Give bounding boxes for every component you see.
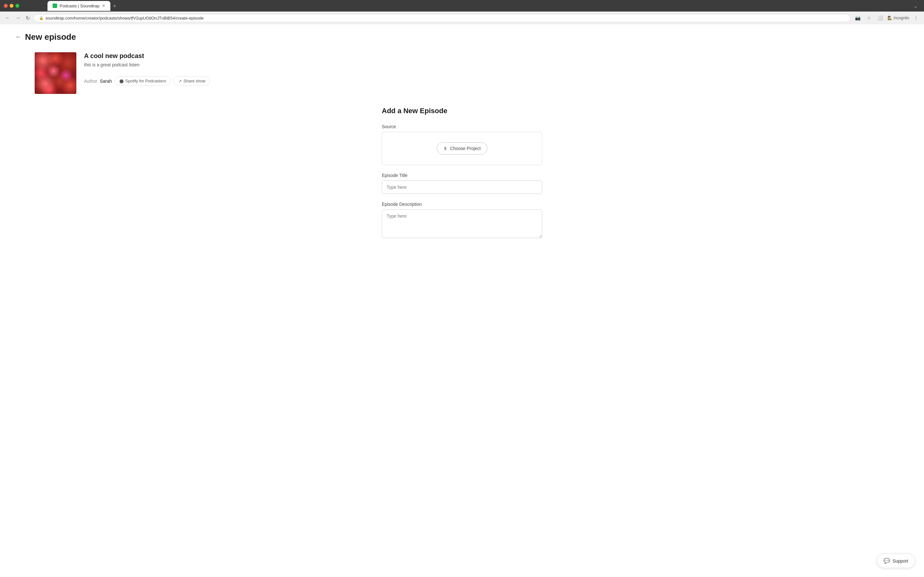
podcast-info: A cool new podcast this is a great podca… bbox=[15, 52, 909, 94]
episode-title-input[interactable] bbox=[382, 181, 542, 194]
incognito-icon: 🕵️ bbox=[887, 16, 892, 20]
episode-description-input[interactable] bbox=[382, 210, 542, 238]
incognito-badge: 🕵️ Incognito bbox=[887, 16, 909, 20]
extensions-icon[interactable]: ⬜ bbox=[876, 14, 885, 22]
address-bar: ← → ↻ 🔒 soundtrap.com/home/creator/podca… bbox=[0, 11, 924, 24]
maximize-window-button[interactable] bbox=[15, 4, 19, 8]
lock-icon: 🔒 bbox=[39, 16, 44, 20]
forward-button[interactable]: → bbox=[14, 14, 22, 22]
back-button[interactable]: ← bbox=[4, 14, 11, 22]
traffic-lights bbox=[4, 4, 19, 8]
reload-button[interactable]: ↻ bbox=[24, 14, 31, 23]
tab-bar: Podcasts | Soundtrap ✕ + bbox=[22, 1, 145, 11]
episode-title-group: Episode Title bbox=[382, 173, 542, 194]
choose-project-button[interactable]: 🎙 Choose Project bbox=[437, 142, 488, 155]
choose-project-label: Choose Project bbox=[450, 146, 481, 151]
menu-icon[interactable]: ⋮ bbox=[912, 14, 920, 22]
podcast-thumbnail-image bbox=[35, 52, 76, 94]
source-box: 🎙 Choose Project bbox=[382, 132, 542, 165]
active-tab[interactable]: Podcasts | Soundtrap ✕ bbox=[47, 1, 110, 11]
page-content: ← New episode A cool new podcast this is… bbox=[0, 24, 924, 576]
episode-title-label: Episode Title bbox=[382, 173, 542, 178]
browser-chrome: Podcasts | Soundtrap ✕ + ⌄ ← → ↻ 🔒 sound… bbox=[0, 0, 924, 24]
incognito-label: Incognito bbox=[893, 16, 909, 20]
source-label: Source bbox=[382, 124, 542, 129]
microphone-icon: 🎙 bbox=[443, 146, 447, 151]
tab-favicon bbox=[53, 3, 57, 8]
new-tab-button[interactable]: + bbox=[110, 2, 119, 11]
podcast-details: A cool new podcast this is a great podca… bbox=[84, 52, 210, 85]
back-arrow-button[interactable]: ← bbox=[15, 34, 21, 40]
author-name: Sarah bbox=[100, 79, 111, 84]
share-show-button[interactable]: ↗ Share show bbox=[174, 76, 210, 85]
close-window-button[interactable] bbox=[4, 4, 8, 8]
camera-icon[interactable]: 📷 bbox=[853, 14, 863, 22]
tab-label: Podcasts | Soundtrap bbox=[60, 3, 99, 8]
tab-end-icon: ⌄ bbox=[911, 2, 920, 10]
url-text: soundtrap.com/home/creator/podcasts/show… bbox=[45, 16, 204, 21]
podcast-meta: Author Sarah ⬤ Spotify for Podcasters ↗ … bbox=[84, 76, 210, 85]
browser-titlebar: Podcasts | Soundtrap ✕ + ⌄ bbox=[0, 0, 924, 11]
podcast-thumbnail bbox=[35, 52, 76, 94]
page-header: ← New episode bbox=[15, 32, 909, 42]
episode-description-label: Episode Description bbox=[382, 201, 542, 207]
form-heading: Add a New Episode bbox=[382, 107, 542, 115]
add-episode-form: Add a New Episode Source 🎙 Choose Projec… bbox=[382, 107, 542, 239]
spotify-podcasters-button[interactable]: ⬤ Spotify for Podcasters bbox=[115, 76, 171, 85]
author-label: Author bbox=[84, 79, 97, 84]
episode-description-group: Episode Description bbox=[382, 201, 542, 239]
minimize-window-button[interactable] bbox=[10, 4, 13, 8]
share-btn-label: Share show bbox=[184, 79, 206, 83]
support-button[interactable]: 💬 Support bbox=[877, 554, 915, 568]
support-icon: 💬 bbox=[884, 558, 890, 564]
podcast-name: A cool new podcast bbox=[84, 52, 210, 60]
page-title: New episode bbox=[25, 32, 76, 42]
podcast-description: this is a great podcast listen bbox=[84, 62, 210, 67]
spotify-icon: ⬤ bbox=[120, 79, 124, 83]
tab-close-button[interactable]: ✕ bbox=[102, 3, 105, 8]
share-icon: ↗ bbox=[178, 79, 182, 83]
support-label: Support bbox=[893, 558, 908, 564]
bookmark-icon[interactable]: ☆ bbox=[865, 14, 873, 22]
spotify-btn-label: Spotify for Podcasters bbox=[126, 79, 166, 83]
source-group: Source 🎙 Choose Project bbox=[382, 124, 542, 165]
browser-actions: 📷 ☆ ⬜ 🕵️ Incognito ⋮ bbox=[853, 14, 920, 22]
url-input[interactable]: 🔒 soundtrap.com/home/creator/podcasts/sh… bbox=[34, 14, 851, 22]
